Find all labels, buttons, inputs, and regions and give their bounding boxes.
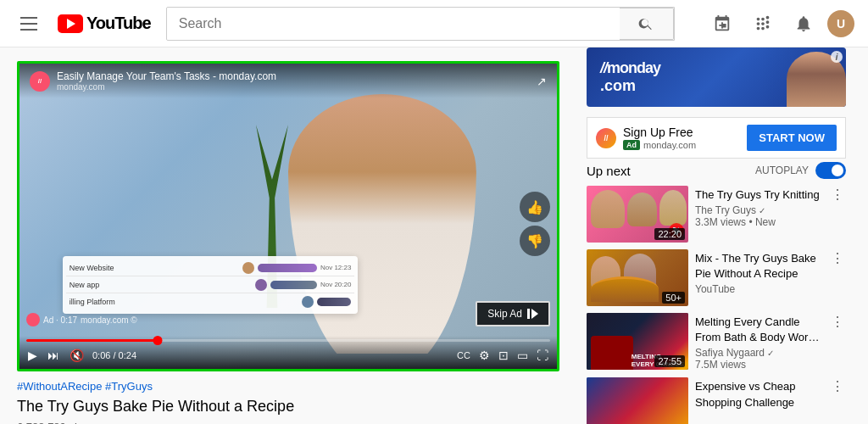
card-sep-0: • bbox=[748, 216, 755, 228]
shopping-bg bbox=[587, 377, 688, 424]
monday-ad-banner: // monday .com i bbox=[587, 47, 846, 107]
mute-button[interactable]: 🔇 bbox=[68, 347, 86, 364]
candle-jar bbox=[591, 336, 633, 370]
channel-name-1: YouTube bbox=[695, 283, 735, 295]
progress-fill bbox=[26, 339, 158, 342]
card-title-0: The Try Guys Try Knitting bbox=[695, 187, 822, 203]
card-title-3: Expensive vs Cheap Shopping Challenge bbox=[695, 379, 822, 410]
monday-logo-small: // bbox=[30, 71, 50, 92]
upload-icon[interactable] bbox=[705, 7, 739, 41]
video-card-3[interactable]: SALE Expensive vs Cheap Shopping Challen… bbox=[587, 377, 846, 424]
card-info-1: Mix - The Try Guys Bake Pie Without A Re… bbox=[695, 249, 822, 306]
desk-bar-2 bbox=[270, 281, 317, 289]
avatar[interactable]: U bbox=[827, 10, 854, 37]
thumb-3: SALE bbox=[587, 377, 688, 424]
card-channel-1: YouTube bbox=[695, 283, 822, 295]
ad-badge: Ad · 0:17 monday.com © bbox=[26, 313, 137, 326]
video-player[interactable]: New Website Nov 12:23 New app Nov 20:20 bbox=[17, 61, 559, 371]
card-title-1: Mix - The Try Guys Bake Pie Without A Re… bbox=[695, 251, 822, 282]
monday-word: monday bbox=[607, 59, 660, 77]
yt-play-icon bbox=[58, 14, 83, 33]
fullscreen-button[interactable]: ⛶ bbox=[535, 347, 550, 364]
ad-badge-row: Ad monday.com bbox=[623, 140, 740, 150]
card-info-0: The Try Guys Try Knitting The Try Guys ✓… bbox=[695, 186, 822, 243]
card-more-1[interactable]: ⋮ bbox=[829, 249, 846, 266]
monday-logo-group: // monday .com bbox=[600, 59, 660, 95]
thumb-bg-3: SALE bbox=[587, 377, 688, 424]
monday-ad-logo: // bbox=[596, 128, 616, 148]
card-meta-2: 7.5M views bbox=[695, 359, 822, 371]
ad-logo-tiny bbox=[26, 313, 40, 326]
captions-button[interactable]: CC bbox=[455, 349, 472, 362]
monday-ui-overlay: New Website Nov 12:23 New app Nov 20:20 bbox=[63, 256, 359, 314]
desk-avatar-3 bbox=[302, 296, 314, 308]
progress-bar[interactable] bbox=[26, 339, 550, 342]
like-button[interactable]: 👍 bbox=[520, 192, 550, 222]
card-title-2: Melting Every Candle From Bath & Body Wo… bbox=[695, 315, 822, 345]
thumb-1: 50+ bbox=[587, 249, 688, 306]
start-now-button[interactable]: START NOW bbox=[747, 125, 837, 151]
card-more-0[interactable]: ⋮ bbox=[829, 186, 846, 203]
sign-up-label: Sign Up Free bbox=[623, 126, 740, 139]
next-button[interactable]: ⏭ bbox=[46, 347, 61, 364]
video-tags[interactable]: #WithoutARecipe #TryGuys bbox=[17, 380, 559, 393]
video-player-inner: New Website Nov 12:23 New app Nov 20:20 bbox=[19, 64, 557, 369]
apps-icon[interactable] bbox=[746, 7, 780, 41]
skip-ad-button[interactable]: Skip Ad bbox=[476, 301, 550, 326]
thumb-0: 📡 22:20 bbox=[587, 186, 688, 243]
thumb-2: MELTINGEVERY CANDLE 27:55 bbox=[587, 313, 688, 370]
video-controls: ▶ ⏭ 🔇 0:06 / 0:24 CC ⚙ ⊡ bbox=[19, 336, 557, 369]
header-left: YouTube bbox=[14, 10, 151, 37]
miniplayer-button[interactable]: ⊡ bbox=[497, 347, 510, 364]
share-overlay-icon[interactable]: ↗ bbox=[537, 75, 547, 88]
card-more-3[interactable]: ⋮ bbox=[829, 377, 846, 394]
thumb-face-3 bbox=[659, 190, 687, 226]
ad-badge-label: Ad bbox=[623, 140, 640, 150]
time-display: 0:06 / 0:24 bbox=[92, 350, 136, 360]
desk-row-3: illing Platform bbox=[66, 293, 355, 310]
dislike-button[interactable]: 👎 bbox=[520, 226, 550, 256]
video-card-2[interactable]: MELTINGEVERY CANDLE 27:55 Melting Every … bbox=[587, 313, 846, 371]
video-card-0[interactable]: 📡 22:20 The Try Guys Try Knitting The Tr… bbox=[587, 186, 846, 243]
video-cards-list: 📡 22:20 The Try Guys Try Knitting The Tr… bbox=[587, 186, 846, 424]
ad-info-icon[interactable]: i bbox=[831, 51, 843, 63]
skip-triangle bbox=[531, 309, 538, 319]
search-button[interactable] bbox=[620, 8, 674, 40]
hamburger-menu[interactable] bbox=[14, 10, 44, 37]
video-top-overlay: // Easily Manage Your Team's Tasks - mon… bbox=[19, 64, 557, 98]
thumb-duration-0: 22:20 bbox=[654, 228, 685, 240]
time-current: 0:06 bbox=[92, 350, 110, 360]
ad-info-row: // Sign Up Free Ad monday.com START NOW bbox=[587, 117, 846, 159]
autoplay-toggle[interactable] bbox=[815, 162, 846, 179]
thumb-duration-1: 50+ bbox=[662, 292, 685, 304]
desk-avatar-1 bbox=[242, 262, 254, 274]
sidebar: // monday .com i // Sign Up Free bbox=[576, 47, 856, 424]
video-person bbox=[288, 94, 476, 354]
search-input[interactable] bbox=[167, 8, 620, 40]
ad-info-text: Sign Up Free Ad monday.com bbox=[623, 126, 740, 150]
video-title: The Try Guys Bake Pie Without a Recipe bbox=[17, 398, 559, 416]
main-layout: New Website Nov 12:23 New app Nov 20:20 bbox=[0, 47, 868, 424]
card-info-2: Melting Every Candle From Bath & Body Wo… bbox=[695, 313, 822, 371]
ad-banner-inner: // monday .com bbox=[587, 47, 846, 107]
card-more-2[interactable]: ⋮ bbox=[829, 313, 846, 330]
autoplay-text: AUTOPLAY bbox=[755, 165, 809, 176]
desk-bar-3 bbox=[317, 298, 351, 306]
like-dislike-overlay: 👍 👎 bbox=[520, 192, 550, 256]
video-card-1[interactable]: 50+ Mix - The Try Guys Bake Pie Without … bbox=[587, 249, 846, 306]
card-views-2: 7.5M views bbox=[695, 359, 746, 371]
card-meta-0: 3.3M views • New bbox=[695, 216, 822, 228]
thumb-face-1 bbox=[591, 190, 625, 228]
ad-time-label: Ad · 0:17 bbox=[43, 315, 77, 325]
notifications-icon[interactable] bbox=[787, 7, 821, 41]
time-total: 0:24 bbox=[119, 350, 136, 360]
settings-button[interactable]: ⚙ bbox=[477, 347, 492, 364]
play-button[interactable]: ▶ bbox=[26, 347, 39, 364]
video-overlay-channel: monday.com bbox=[57, 82, 276, 92]
youtube-logo[interactable]: YouTube bbox=[58, 14, 151, 33]
progress-dot bbox=[153, 336, 162, 345]
theater-button[interactable]: ▭ bbox=[515, 347, 530, 364]
desk-row-1: New Website Nov 12:23 bbox=[66, 259, 355, 276]
header: YouTube U bbox=[0, 0, 868, 47]
video-area: New Website Nov 12:23 New app Nov 20:20 bbox=[0, 47, 576, 424]
